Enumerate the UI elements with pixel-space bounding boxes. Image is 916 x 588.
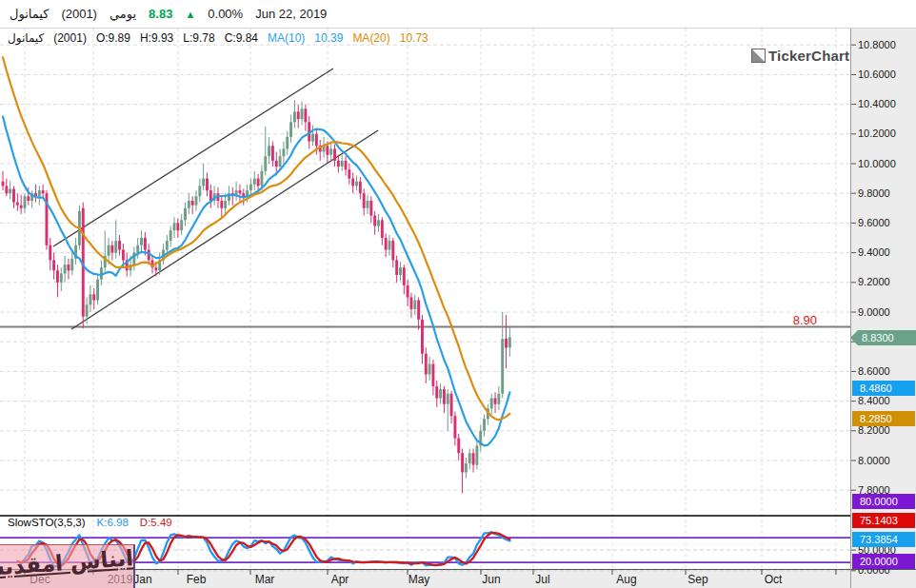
price-axis-label: 8.4000 bbox=[858, 395, 890, 406]
tickerchart-window: { "header": { "symbol": "كيمانول", "code… bbox=[0, 0, 916, 588]
price-axis-label: 9.2000 bbox=[858, 276, 890, 287]
axis-badge: 80.0000 bbox=[852, 494, 915, 509]
price-axis-label: 9.0000 bbox=[858, 306, 890, 318]
price-axis-label: 9.6000 bbox=[858, 217, 890, 228]
price-axis-label: 9.8000 bbox=[858, 187, 890, 199]
close-value: C:9.84 bbox=[225, 31, 258, 45]
axis-badge: 73.3854 bbox=[852, 532, 915, 547]
price-axis-label: 10.6000 bbox=[858, 69, 896, 80]
month-label: Feb bbox=[175, 573, 217, 586]
axis-badge: 8.4860 bbox=[852, 381, 915, 396]
ma20-label: MA(20) bbox=[352, 31, 389, 45]
open-value: O:9.89 bbox=[96, 31, 130, 45]
sto-k-value: K:6.98 bbox=[97, 517, 129, 528]
sto-name: SlowSTO(3,5,3) bbox=[8, 517, 86, 528]
month-label: Aug bbox=[606, 573, 647, 586]
ma10-value: 10.39 bbox=[314, 31, 343, 45]
high-value: H:9.93 bbox=[140, 31, 173, 45]
price-axis-label: 9.4000 bbox=[858, 246, 890, 258]
price-axis-label: 10.0000 bbox=[858, 158, 896, 169]
month-label: May bbox=[398, 573, 440, 586]
month-label: Sep bbox=[677, 573, 719, 586]
axis-badge: 8.2850 bbox=[852, 411, 915, 426]
ohlc-info-line: كيمانول (2001) O:9.89 H:9.93 L:9.78 C:9.… bbox=[8, 31, 428, 45]
price-axis-label: 10.4000 bbox=[858, 98, 896, 109]
axis-badge: 20.0000 bbox=[852, 554, 915, 569]
tickerchart-logo: TickerChart bbox=[751, 48, 849, 64]
hline-price-label: 8.90 bbox=[758, 313, 817, 327]
logo-text: TickerChart bbox=[768, 48, 849, 64]
price-axis-label: 8.0000 bbox=[858, 455, 890, 466]
chart-logo-icon bbox=[751, 49, 766, 63]
chart-canvas[interactable] bbox=[0, 0, 916, 588]
month-label: Apr bbox=[319, 573, 361, 586]
ma20-value: 10.73 bbox=[400, 31, 428, 45]
axis-badge: 8.8300 bbox=[850, 330, 916, 345]
info-symbol: كيمانول bbox=[8, 31, 44, 45]
month-label: Mar bbox=[244, 573, 286, 586]
price-axis-label: 8.6000 bbox=[858, 365, 890, 377]
month-label: Jul bbox=[522, 573, 564, 586]
price-axis-label: 8.2000 bbox=[858, 424, 890, 436]
price-axis-label: 10.8000 bbox=[858, 39, 896, 50]
sto-d-value: D:5.49 bbox=[140, 517, 172, 528]
month-label: Jun bbox=[470, 573, 512, 586]
info-code: (2001) bbox=[53, 31, 87, 45]
stochastic-legend: SlowSTO(3,5,3) K:6.98 D:5.49 bbox=[8, 517, 172, 528]
ma10-label: MA(10) bbox=[268, 31, 305, 45]
low-value: L:9.78 bbox=[183, 31, 214, 45]
price-axis-label: 10.2000 bbox=[858, 127, 896, 139]
axis-badge: 75.1403 bbox=[852, 513, 915, 528]
month-label: Oct bbox=[752, 573, 794, 586]
